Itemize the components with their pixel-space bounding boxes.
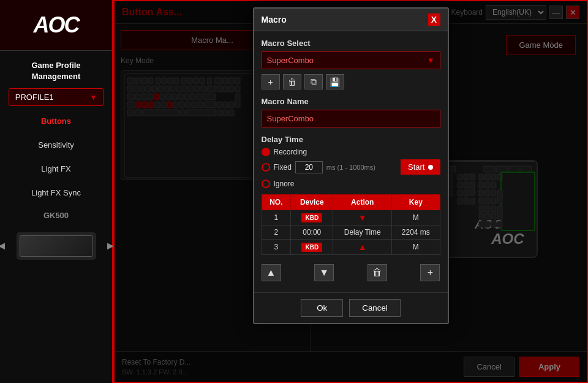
row3-device: KBD (291, 240, 333, 255)
recording-label: Recording (274, 148, 307, 156)
modal-close-button[interactable]: X (428, 13, 440, 26)
prev-device-arrow[interactable]: ◄ (0, 240, 7, 252)
device-nav: ◄ ► (0, 229, 116, 263)
delay-section: Delay Time Recording Fixed ms (1 - 1000m… (262, 135, 440, 188)
device-name: GK500 (43, 211, 69, 220)
logo-area: AOC (0, 0, 112, 51)
col-device: Device (291, 195, 333, 210)
row1-action: ▼ (333, 210, 392, 226)
modal-title: Macro (262, 15, 287, 25)
main-container: AOC Game Profile Management PROFILE1 ▼ B… (0, 0, 588, 383)
profile-name: PROFILE1 (15, 93, 54, 102)
ignore-radio[interactable] (262, 180, 270, 188)
profile-selector[interactable]: PROFILE1 ▼ (9, 88, 104, 106)
modal-header: Macro X (254, 9, 448, 31)
ignore-radio-row: Ignore (262, 180, 440, 188)
sidebar-title: Game Profile Management (0, 51, 112, 88)
row1-no: 1 (262, 210, 291, 226)
table-row[interactable]: 1 KBD ▼ M (262, 210, 440, 226)
recording-radio-row: Recording (262, 148, 440, 156)
move-down-button[interactable]: ▼ (314, 264, 334, 281)
macro-select-dropdown[interactable]: SuperCombo ▼ (262, 51, 440, 69)
macro-select-value: SuperCombo (267, 56, 314, 65)
device-image (17, 232, 96, 260)
profile-arrow: ▼ (89, 93, 97, 102)
ms-unit-label: ms (1 - 1000ms) (326, 164, 375, 171)
move-up-button[interactable]: ▲ (262, 264, 281, 281)
modal-body: Macro Select SuperCombo ▼ + 🗑 ⧉ 💾 Macro … (254, 31, 448, 292)
delete-row-button[interactable]: 🗑 (368, 264, 387, 281)
delete-macro-button[interactable]: 🗑 (283, 74, 301, 89)
dropdown-arrow-icon: ▼ (427, 56, 435, 65)
aoc-logo: AOC (34, 12, 79, 38)
sidebar-item-buttons[interactable]: Buttons (9, 110, 104, 132)
row2-device: 00:00 (291, 226, 333, 240)
macro-toolbar: + 🗑 ⧉ 💾 (262, 74, 440, 89)
macro-table: NO. Device Action Key 1 KBD (262, 194, 440, 255)
macro-modal: Macro X Macro Select SuperCombo ▼ + 🗑 ⧉ … (253, 7, 449, 324)
table-header-row: NO. Device Action Key (262, 195, 440, 210)
table-row[interactable]: 3 KBD ▲ M (262, 240, 440, 255)
delay-time-label: Delay Time (262, 135, 440, 144)
start-label: Start (408, 162, 424, 172)
table-row[interactable]: 2 00:00 Delay Time 2204 ms (262, 226, 440, 240)
device-badge: KBD (301, 213, 322, 222)
fixed-radio[interactable] (262, 163, 270, 172)
col-no: NO. (262, 195, 291, 210)
row2-key: 2204 ms (392, 226, 440, 240)
fixed-radio-row: Fixed ms (1 - 1000ms) Start (262, 159, 440, 175)
save-macro-button[interactable]: 💾 (326, 74, 344, 89)
row2-no: 2 (262, 226, 291, 240)
col-key: Key (392, 195, 440, 210)
start-button[interactable]: Start (401, 159, 440, 175)
fixed-value-input[interactable] (295, 161, 323, 173)
modal-footer: Ok Cancel (254, 292, 448, 323)
device-badge: KBD (301, 243, 322, 252)
macro-name-label: Macro Name (262, 97, 440, 106)
add-macro-button[interactable]: + (262, 74, 280, 89)
row3-key: M (392, 240, 440, 255)
recording-radio[interactable] (262, 148, 270, 156)
fixed-label: Fixed (274, 163, 292, 172)
sidebar-item-light-fx-sync[interactable]: Light FX Sync (9, 182, 104, 203)
row3-no: 3 (262, 240, 291, 255)
modal-bottom-toolbar: ▲ ▼ 🗑 + (262, 260, 440, 285)
col-action: Action (333, 195, 392, 210)
sidebar-item-light-fx[interactable]: Light FX (9, 158, 104, 180)
row3-action: ▲ (333, 240, 392, 255)
sidebar-item-sensitivity[interactable]: Sensitivity (9, 134, 104, 156)
add-row-button[interactable]: + (420, 264, 440, 281)
row2-action: Delay Time (333, 226, 392, 240)
arrow-down-icon: ▼ (358, 213, 367, 222)
modal-overlay: Macro X Macro Select SuperCombo ▼ + 🗑 ⧉ … (115, 1, 587, 382)
sidebar: AOC Game Profile Management PROFILE1 ▼ B… (0, 0, 113, 383)
macro-select-label: Macro Select (262, 39, 440, 48)
ignore-label: Ignore (274, 180, 295, 188)
row1-device: KBD (291, 210, 333, 226)
arrow-up-icon: ▲ (358, 242, 367, 252)
main-content: Button Ass... ng Keyboard English(UK) — … (113, 0, 588, 383)
macro-name-input[interactable] (262, 110, 440, 127)
ok-button[interactable]: Ok (301, 299, 343, 317)
copy-macro-button[interactable]: ⧉ (304, 74, 323, 89)
cancel-modal-button[interactable]: Cancel (349, 299, 401, 317)
macro-table-container: NO. Device Action Key 1 KBD (262, 194, 440, 256)
keyboard-mini-preview (20, 235, 93, 257)
start-dot-icon (428, 165, 433, 170)
row1-key: M (392, 210, 440, 226)
